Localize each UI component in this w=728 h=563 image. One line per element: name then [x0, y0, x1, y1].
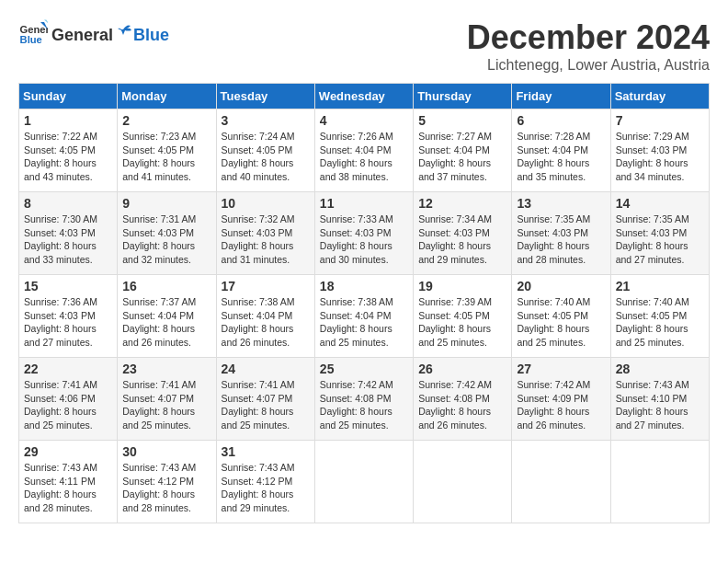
- day-number: 6: [517, 113, 605, 128]
- day-sunset: Sunset: 4:04 PM: [122, 310, 194, 321]
- day-sunset: Sunset: 4:04 PM: [320, 144, 392, 155]
- day-number: 30: [122, 444, 210, 459]
- logo-text-blue: Blue: [133, 26, 169, 45]
- day-cell-28: 28 Sunrise: 7:43 AM Sunset: 4:10 PM Dayl…: [610, 358, 709, 441]
- empty-day-cell: [610, 441, 709, 523]
- day-sunset: Sunset: 4:05 PM: [222, 144, 293, 155]
- day-daylight: Daylight: 8 hours and 25 minutes.: [418, 323, 491, 348]
- day-sunset: Sunset: 4:03 PM: [24, 227, 96, 238]
- day-number: 1: [24, 113, 112, 128]
- day-sunrise: Sunrise: 7:22 AM: [24, 131, 97, 142]
- day-cell-25: 25 Sunrise: 7:42 AM Sunset: 4:08 PM Dayl…: [314, 358, 413, 441]
- day-sunset: Sunset: 4:08 PM: [320, 393, 392, 404]
- day-sunrise: Sunrise: 7:41 AM: [222, 379, 295, 390]
- svg-text:Blue: Blue: [20, 34, 42, 45]
- day-sunrise: Sunrise: 7:37 AM: [122, 296, 196, 307]
- day-daylight: Daylight: 8 hours and 25 minutes.: [320, 406, 392, 431]
- day-number: 31: [222, 444, 310, 459]
- day-sunrise: Sunrise: 7:34 AM: [418, 213, 492, 224]
- day-cell-1: 1 Sunrise: 7:22 AM Sunset: 4:05 PM Dayli…: [19, 109, 118, 192]
- day-number: 11: [320, 196, 408, 211]
- day-daylight: Daylight: 8 hours and 29 minutes.: [222, 488, 294, 513]
- day-cell-27: 27 Sunrise: 7:42 AM Sunset: 4:09 PM Dayl…: [512, 358, 610, 441]
- day-sunrise: Sunrise: 7:29 AM: [616, 131, 689, 142]
- day-sunrise: Sunrise: 7:43 AM: [222, 462, 295, 473]
- day-cell-29: 29 Sunrise: 7:43 AM Sunset: 4:11 PM Dayl…: [19, 441, 118, 523]
- header-saturday: Saturday: [610, 84, 709, 109]
- day-number: 19: [418, 279, 506, 293]
- day-sunrise: Sunrise: 7:28 AM: [517, 131, 590, 142]
- day-sunrise: Sunrise: 7:42 AM: [418, 379, 492, 390]
- weekday-header-row: SundayMondayTuesdayWednesdayThursdayFrid…: [19, 84, 710, 109]
- day-sunset: Sunset: 4:03 PM: [517, 227, 588, 238]
- day-number: 16: [122, 279, 210, 293]
- day-daylight: Daylight: 8 hours and 30 minutes.: [320, 240, 392, 265]
- calendar-week-5: 29 Sunrise: 7:43 AM Sunset: 4:11 PM Dayl…: [19, 441, 710, 523]
- day-cell-4: 4 Sunrise: 7:26 AM Sunset: 4:04 PM Dayli…: [314, 109, 413, 192]
- day-cell-19: 19 Sunrise: 7:39 AM Sunset: 4:05 PM Dayl…: [414, 275, 512, 358]
- day-number: 8: [24, 196, 112, 211]
- day-sunrise: Sunrise: 7:41 AM: [24, 379, 97, 390]
- header-monday: Monday: [118, 84, 216, 109]
- day-daylight: Daylight: 8 hours and 43 minutes.: [24, 157, 97, 182]
- day-cell-22: 22 Sunrise: 7:41 AM Sunset: 4:06 PM Dayl…: [19, 358, 118, 441]
- day-sunset: Sunset: 4:07 PM: [222, 393, 293, 404]
- day-sunset: Sunset: 4:04 PM: [517, 144, 588, 155]
- day-daylight: Daylight: 8 hours and 27 minutes.: [616, 240, 688, 265]
- logo-text-general: General: [51, 26, 113, 45]
- day-number: 22: [24, 362, 112, 376]
- day-sunset: Sunset: 4:05 PM: [616, 310, 688, 321]
- day-sunset: Sunset: 4:06 PM: [24, 393, 96, 404]
- day-number: 26: [418, 362, 506, 376]
- day-daylight: Daylight: 8 hours and 27 minutes.: [24, 323, 97, 348]
- day-number: 24: [222, 362, 310, 376]
- day-cell-16: 16 Sunrise: 7:37 AM Sunset: 4:04 PM Dayl…: [118, 275, 216, 358]
- day-number: 7: [616, 113, 704, 128]
- day-cell-7: 7 Sunrise: 7:29 AM Sunset: 4:03 PM Dayli…: [610, 109, 709, 192]
- day-sunrise: Sunrise: 7:42 AM: [517, 379, 590, 390]
- day-sunset: Sunset: 4:11 PM: [24, 476, 96, 487]
- day-daylight: Daylight: 8 hours and 35 minutes.: [517, 157, 589, 182]
- day-cell-9: 9 Sunrise: 7:31 AM Sunset: 4:03 PM Dayli…: [118, 192, 216, 275]
- day-number: 3: [222, 113, 310, 128]
- day-daylight: Daylight: 8 hours and 25 minutes.: [320, 323, 392, 348]
- calendar-table: SundayMondayTuesdayWednesdayThursdayFrid…: [18, 83, 710, 523]
- day-number: 20: [517, 279, 605, 293]
- day-sunset: Sunset: 4:03 PM: [616, 144, 688, 155]
- day-daylight: Daylight: 8 hours and 41 minutes.: [122, 157, 195, 182]
- day-number: 9: [122, 196, 210, 211]
- day-number: 27: [517, 362, 605, 376]
- day-number: 21: [616, 279, 704, 293]
- header-wednesday: Wednesday: [314, 84, 413, 109]
- day-number: 12: [418, 196, 506, 211]
- day-sunset: Sunset: 4:09 PM: [517, 393, 588, 404]
- day-cell-26: 26 Sunrise: 7:42 AM Sunset: 4:08 PM Dayl…: [414, 358, 512, 441]
- day-cell-5: 5 Sunrise: 7:27 AM Sunset: 4:04 PM Dayli…: [414, 109, 512, 192]
- day-daylight: Daylight: 8 hours and 38 minutes.: [320, 157, 392, 182]
- day-sunrise: Sunrise: 7:42 AM: [320, 379, 393, 390]
- day-sunset: Sunset: 4:12 PM: [122, 476, 194, 487]
- day-number: 10: [222, 196, 310, 211]
- day-daylight: Daylight: 8 hours and 28 minutes.: [122, 488, 195, 513]
- day-sunset: Sunset: 4:12 PM: [222, 476, 293, 487]
- day-cell-15: 15 Sunrise: 7:36 AM Sunset: 4:03 PM Dayl…: [19, 275, 118, 358]
- day-cell-10: 10 Sunrise: 7:32 AM Sunset: 4:03 PM Dayl…: [216, 192, 314, 275]
- logo-icon: General Blue: [18, 18, 48, 48]
- day-daylight: Daylight: 8 hours and 32 minutes.: [122, 240, 195, 265]
- day-number: 14: [616, 196, 704, 211]
- day-cell-17: 17 Sunrise: 7:38 AM Sunset: 4:04 PM Dayl…: [216, 275, 314, 358]
- day-sunrise: Sunrise: 7:40 AM: [616, 296, 689, 307]
- day-sunrise: Sunrise: 7:31 AM: [122, 213, 196, 224]
- day-cell-23: 23 Sunrise: 7:41 AM Sunset: 4:07 PM Dayl…: [118, 358, 216, 441]
- day-sunrise: Sunrise: 7:33 AM: [320, 213, 393, 224]
- day-number: 18: [320, 279, 408, 293]
- day-daylight: Daylight: 8 hours and 28 minutes.: [24, 488, 97, 513]
- day-sunset: Sunset: 4:07 PM: [122, 393, 194, 404]
- day-sunset: Sunset: 4:10 PM: [616, 393, 688, 404]
- day-sunrise: Sunrise: 7:35 AM: [616, 213, 689, 224]
- day-sunrise: Sunrise: 7:27 AM: [418, 131, 492, 142]
- day-number: 15: [24, 279, 112, 293]
- day-sunset: Sunset: 4:08 PM: [418, 393, 490, 404]
- svg-text:General: General: [20, 24, 48, 35]
- day-sunrise: Sunrise: 7:39 AM: [418, 296, 492, 307]
